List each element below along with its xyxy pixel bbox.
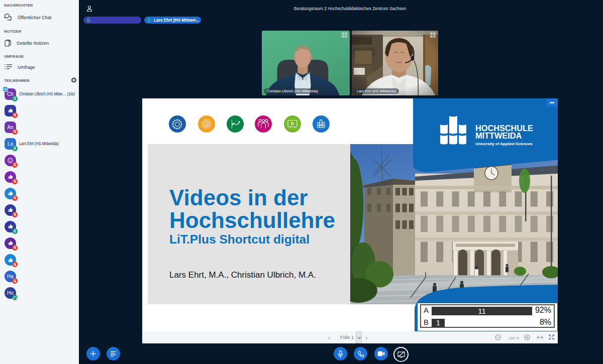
svg-text:MITTWEIDA: MITTWEIDA [475,131,522,140]
svg-text:HOCHSCHULE: HOCHSCHULE [475,124,533,133]
